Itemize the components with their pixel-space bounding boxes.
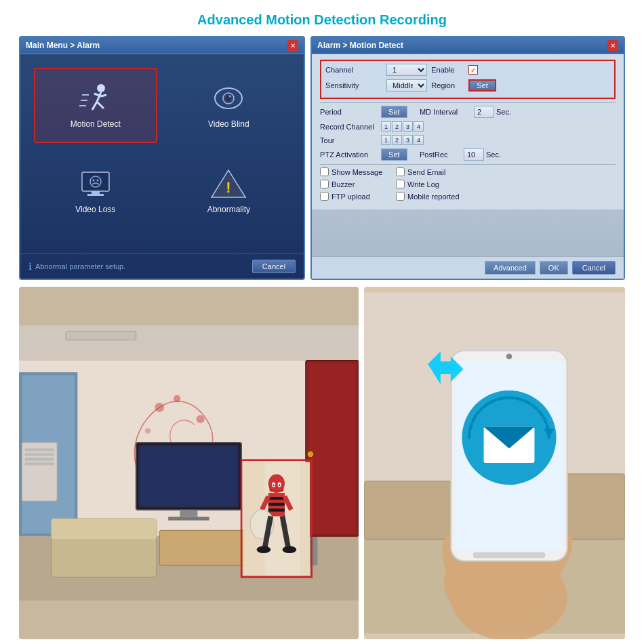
video-loss-icon [75, 167, 116, 201]
svg-rect-44 [159, 530, 253, 565]
tour-ch-4[interactable]: 4 [414, 135, 424, 145]
svg-rect-17 [85, 175, 106, 188]
svg-rect-40 [25, 448, 54, 451]
svg-rect-65 [268, 503, 285, 506]
dialog-info-text: ℹ Abnormal parameter setup. [28, 261, 125, 272]
ftp-checkbox[interactable] [320, 192, 329, 201]
info-icon: ℹ [28, 261, 32, 272]
postrec-input[interactable] [464, 148, 484, 161]
video-blind-label: Video Blind [208, 119, 249, 129]
svg-rect-36 [140, 447, 237, 506]
send-email-label: Send Email [407, 168, 445, 176]
cancel-button[interactable]: Cancel [252, 260, 296, 273]
enable-label: Enable [431, 66, 468, 74]
menu-item-motion-detect[interactable]: Motion Detect [34, 68, 157, 143]
send-email-checkbox[interactable] [396, 167, 405, 176]
ch-2[interactable]: 2 [392, 121, 402, 132]
dialog-alarm-title: Main Menu > Alarm [26, 41, 100, 50]
svg-rect-43 [25, 462, 54, 465]
svg-point-52 [308, 451, 314, 458]
ftp-label: FTP upload [331, 193, 396, 201]
sensitivity-dropdown[interactable]: Middle Low High [386, 79, 427, 92]
tour-ch-1[interactable]: 1 [381, 135, 391, 145]
svg-point-73 [283, 546, 297, 553]
dialogs-row: Main Menu > Alarm ✕ [0, 36, 644, 280]
svg-rect-39 [22, 443, 57, 501]
ch-4[interactable]: 4 [414, 121, 424, 132]
svg-rect-89 [472, 552, 545, 559]
tour-channel-nums: 1 2 3 4 [381, 135, 424, 145]
ch-1[interactable]: 1 [381, 121, 391, 132]
svg-rect-46 [51, 519, 156, 539]
dialog-motion-detect-bottom: Advanced OK Cancel [312, 256, 624, 279]
svg-rect-16 [87, 194, 104, 196]
dialog-motion-detect-titlebar: Alarm > Motion Detect ✕ [312, 37, 624, 54]
show-message-checkbox[interactable] [320, 167, 329, 176]
dialog-motion-detect: Alarm > Motion Detect ✕ Channel 1 Enable… [310, 36, 625, 280]
phone-photo [364, 287, 625, 639]
svg-point-19 [92, 179, 94, 181]
svg-text:!: ! [226, 179, 231, 196]
abnormality-icon: ! [208, 167, 249, 201]
svg-point-20 [96, 179, 98, 181]
buzzer-checkbox[interactable] [320, 180, 329, 188]
tour-ch-2[interactable]: 2 [392, 135, 402, 145]
mobile-checkbox[interactable] [396, 192, 405, 201]
menu-item-abnormality[interactable]: ! Abnormality [167, 153, 291, 228]
photo-section [0, 280, 644, 644]
svg-point-30 [155, 403, 164, 412]
svg-rect-66 [268, 508, 285, 511]
svg-rect-25 [66, 331, 136, 340]
channel-label: Channel [325, 66, 386, 74]
ok-button[interactable]: OK [540, 261, 568, 275]
channel-dropdown[interactable]: 1 [386, 64, 427, 76]
record-channel-row: Record Channel 1 2 3 4 [320, 121, 616, 132]
show-message-label: Show Message [331, 168, 396, 176]
write-log-checkbox[interactable] [396, 180, 405, 188]
period-label: Period [320, 108, 381, 116]
ptz-set-button[interactable]: Set [381, 148, 407, 161]
ptz-label: PTZ Activation [320, 150, 381, 159]
dialog-right-cancel-button[interactable]: Cancel [572, 261, 616, 275]
svg-rect-37 [180, 510, 197, 517]
md-interval-input[interactable] [474, 106, 494, 118]
svg-line-5 [101, 95, 106, 96]
postrec-label: PostRec [420, 150, 464, 159]
dialog-motion-detect-close[interactable]: ✕ [607, 40, 618, 51]
svg-rect-41 [25, 453, 54, 456]
svg-point-12 [229, 96, 231, 98]
period-set-button[interactable]: Set [381, 106, 407, 118]
svg-point-31 [174, 395, 180, 402]
svg-rect-38 [168, 517, 209, 520]
enable-checkbox[interactable]: ✓ [468, 65, 478, 75]
menu-item-video-blind[interactable]: Video Blind [167, 68, 291, 143]
region-set-button[interactable]: Set [468, 79, 496, 92]
svg-rect-15 [92, 191, 100, 194]
record-channel-label: Record Channel [320, 123, 381, 131]
svg-rect-64 [268, 497, 285, 500]
menu-item-video-loss[interactable]: Video Loss [34, 153, 157, 228]
svg-rect-24 [19, 325, 359, 361]
dialog-alarm-content: Motion Detect Video Blind [20, 54, 304, 241]
ftp-row: FTP upload Mobile reported [320, 192, 616, 201]
dialog-motion-detect-content: Channel 1 Enable ✓ Sensitivity Middle Lo… [312, 54, 624, 209]
show-message-row: Show Message Send Email [320, 167, 616, 176]
record-channel-nums: 1 2 3 4 [381, 121, 424, 132]
tour-ch-3[interactable]: 3 [403, 135, 413, 145]
motion-detect-icon [75, 81, 116, 115]
buzzer-row: Buzzer Write Log [320, 180, 616, 188]
abnormality-label: Abnormality [207, 205, 250, 214]
motion-detect-label: Motion Detect [71, 119, 121, 129]
dialog-motion-detect-title: Alarm > Motion Detect [317, 41, 403, 50]
svg-point-90 [506, 353, 512, 359]
channel-enable-row: Channel 1 Enable ✓ [325, 64, 610, 76]
advanced-button[interactable]: Advanced [485, 261, 536, 275]
svg-point-62 [279, 485, 281, 487]
dialog-alarm-close[interactable]: ✕ [287, 40, 298, 51]
sensitivity-label: Sensitivity [325, 81, 386, 89]
ch-3[interactable]: 3 [403, 121, 413, 132]
svg-rect-51 [308, 363, 355, 533]
svg-point-58 [270, 481, 284, 491]
sensitivity-region-row: Sensitivity Middle Low High Region Set [325, 79, 610, 92]
dialog-alarm-bottom: ℹ Abnormal parameter setup. Cancel [20, 254, 304, 279]
